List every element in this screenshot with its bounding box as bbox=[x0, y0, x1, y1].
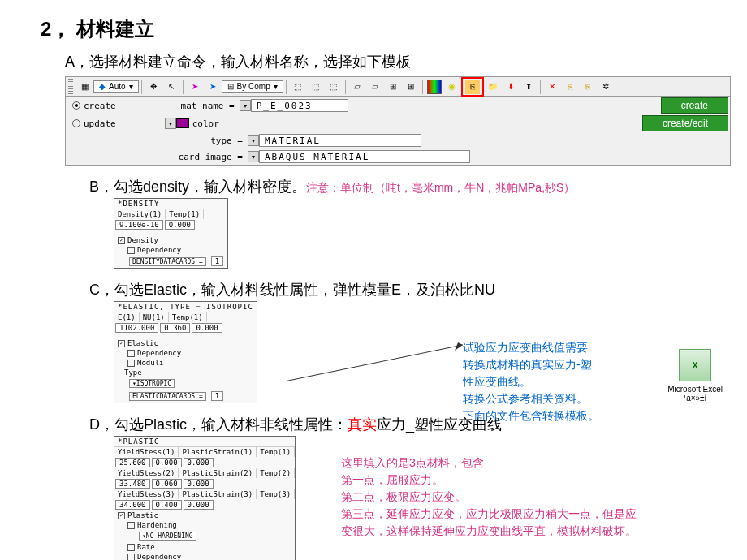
matname-field[interactable]: P_E_0023 bbox=[251, 99, 348, 112]
matname-dd[interactable]: ▾ bbox=[240, 100, 251, 111]
etemp-val[interactable]: 0.000 bbox=[192, 323, 222, 333]
arrow2-icon[interactable]: ➤ bbox=[205, 80, 220, 94]
cube3-icon[interactable]: ⬚ bbox=[326, 80, 341, 94]
card-field[interactable]: ABAQUS_MATERIAL bbox=[259, 150, 470, 163]
color-swatch[interactable] bbox=[176, 118, 189, 128]
plastic-notes: 这里填入的是3点材料，包含 第一点，屈服应力。 第二点，极限应力应变。 第三点，… bbox=[341, 454, 637, 540]
cursor-icon[interactable]: ↖ bbox=[164, 80, 179, 94]
wire3-icon[interactable]: ⊞ bbox=[386, 80, 400, 94]
hardening-check[interactable] bbox=[127, 522, 135, 529]
density-val[interactable]: 9.100e-10 bbox=[115, 220, 163, 230]
elastic-panel: *ELASTIC, TYPE = ISOTROPIC E(1)NU(1)Temp… bbox=[114, 301, 257, 403]
rate-check[interactable] bbox=[127, 544, 135, 551]
color-dd[interactable]: ▾ bbox=[165, 118, 176, 129]
plastic-check[interactable]: ✓ bbox=[118, 512, 125, 519]
grip[interactable] bbox=[68, 79, 73, 95]
density-cards-dd[interactable]: DENSITYDATACARDS = bbox=[129, 257, 206, 266]
update-radio[interactable] bbox=[72, 119, 80, 127]
elastic-check[interactable]: ✓ bbox=[118, 340, 125, 347]
elastic-type-dd[interactable]: ▾ ISOTROPIC bbox=[129, 379, 175, 388]
copy2-icon[interactable]: ⎘ bbox=[581, 80, 595, 94]
step-b-note: 注意：单位制（吨t，毫米mm，牛N，兆帕MPa,秒S） bbox=[306, 181, 575, 194]
density-panel: *DENSITY Density(1)Temp(1) 9.100e-100.00… bbox=[114, 198, 228, 269]
type-dd[interactable]: ▾ bbox=[248, 135, 259, 146]
up-icon[interactable]: ⬆ bbox=[521, 80, 536, 94]
gear-icon[interactable]: ✲ bbox=[598, 80, 613, 94]
plastic-header: *PLASTIC bbox=[114, 437, 295, 447]
card-dd[interactable]: ▾ bbox=[248, 151, 259, 162]
bycomp-dropdown[interactable]: ⊞By Comp▾ bbox=[222, 80, 283, 93]
step-d: D，勾选Plastic，输入材料非线性属性：真实应力_塑性应变曲线 bbox=[89, 415, 706, 434]
plastic-dep-check[interactable] bbox=[127, 554, 135, 561]
step-b: B，勾选density，输入材料密度。注意：单位制（吨t，毫米mm，牛N，兆帕M… bbox=[89, 177, 706, 196]
plastic-panel: *PLASTIC YieldStess(1)PlasticStrain(1)Te… bbox=[114, 436, 296, 560]
step-c: C，勾选Elastic，输入材料线性属性，弹性模量E，及泊松比NU bbox=[89, 280, 706, 299]
excel-sublabel: ¹a×»±í bbox=[667, 394, 723, 403]
folder-icon[interactable]: 📁 bbox=[486, 80, 500, 94]
type-field[interactable]: MATERIAL bbox=[259, 134, 421, 147]
step-a: A，选择材料建立命令，输入材料名称，选择如下模板 bbox=[65, 52, 706, 71]
moduli-check[interactable] bbox=[127, 360, 135, 367]
excel-file-icon[interactable]: X Microsoft Excel ¹a×»±í bbox=[667, 349, 723, 403]
red-down-icon[interactable]: ⬇ bbox=[503, 80, 518, 94]
svg-line-0 bbox=[284, 345, 463, 381]
hardening-dd[interactable]: ▾ NO HARDENING bbox=[139, 532, 196, 541]
temp-val[interactable]: 0.000 bbox=[165, 220, 195, 230]
ptr-icon[interactable]: ✥ bbox=[146, 80, 161, 94]
matname-label: mat name = bbox=[165, 101, 238, 111]
excel-label: Microsoft Excel bbox=[667, 385, 723, 394]
elastic-dep-check[interactable] bbox=[127, 350, 135, 357]
toolbar: ▦ ◆Auto▾ ✥ ↖ ➤ ➤ ⊞By Comp▾ ⬚ ⬚ ⬚ ▱ ▱ ⊞ ⊞… bbox=[65, 76, 731, 166]
create-radio[interactable] bbox=[72, 101, 80, 110]
card-label: card image = bbox=[173, 152, 246, 162]
highlighted-button[interactable]: ⎘ bbox=[461, 77, 484, 97]
color-label: color bbox=[192, 118, 219, 129]
createedit-button[interactable]: create/edit bbox=[642, 115, 728, 131]
excel-icon: X bbox=[679, 349, 711, 381]
create-button[interactable]: create bbox=[661, 97, 728, 114]
rgb-icon[interactable] bbox=[427, 80, 442, 94]
update-radio-label: update bbox=[84, 118, 116, 129]
wire2-icon[interactable]: ▱ bbox=[368, 80, 382, 94]
auto-dropdown[interactable]: ◆Auto▾ bbox=[93, 80, 139, 93]
yellow-icon[interactable]: ◉ bbox=[445, 80, 460, 94]
elastic-cards-dd[interactable]: ELASTICDATACARDS = bbox=[129, 392, 206, 401]
wire1-icon[interactable]: ▱ bbox=[350, 80, 365, 94]
density-check[interactable]: ✓ bbox=[118, 237, 125, 244]
page-title: 2， 材料建立 bbox=[41, 16, 706, 42]
copy1-icon[interactable]: ⎘ bbox=[563, 80, 577, 94]
close-icon[interactable]: ✕ bbox=[545, 80, 559, 94]
cube2-icon[interactable]: ⬚ bbox=[309, 80, 323, 94]
create-radio-label: create bbox=[84, 101, 116, 111]
density-dep-check[interactable] bbox=[127, 247, 135, 254]
density-header: *DENSITY bbox=[114, 199, 227, 209]
cube1-icon[interactable]: ⬚ bbox=[291, 80, 305, 94]
type-label: type = bbox=[173, 136, 246, 146]
arrow-annotation bbox=[284, 341, 471, 381]
elastic-header: *ELASTIC, TYPE = ISOTROPIC bbox=[114, 302, 257, 312]
wire4-icon[interactable]: ⊞ bbox=[404, 80, 418, 94]
elastic-notes: 试验应力应变曲线值需要 转换成材料的真实应力-塑 性应变曲线。 转换公式参考相关… bbox=[463, 339, 599, 424]
mesh-icon[interactable]: ▦ bbox=[77, 80, 92, 94]
e-val[interactable]: 1102.000 bbox=[115, 323, 158, 333]
arrow-icon[interactable]: ➤ bbox=[188, 80, 202, 94]
nu-val[interactable]: 0.360 bbox=[160, 323, 190, 333]
